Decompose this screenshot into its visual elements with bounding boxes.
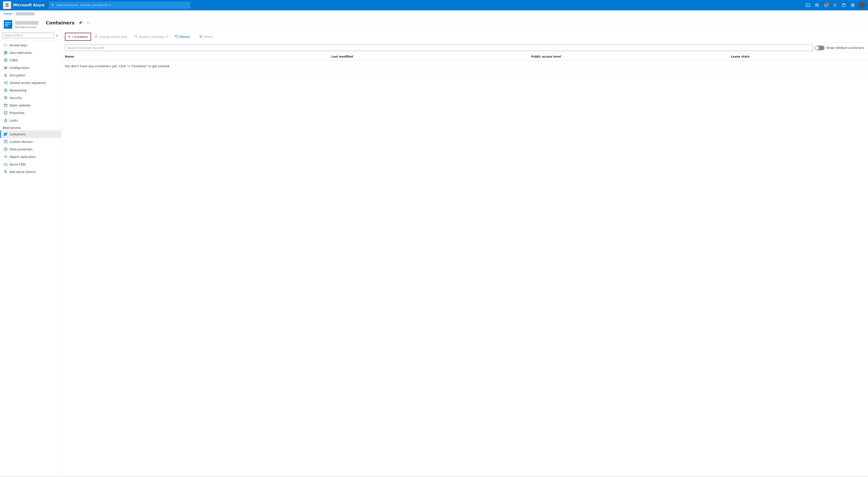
table-area: You don't have any containers yet. Click… (61, 61, 868, 476)
user-avatar[interactable] (859, 2, 865, 8)
hamburger-menu[interactable]: ☰ (3, 1, 11, 9)
sidebar: « Access keys Geo-replication (0, 31, 61, 476)
restore-dropdown-icon: ▼ (166, 35, 168, 38)
delete-icon (199, 35, 203, 39)
sidebar-item-object-replication[interactable]: Object replication (0, 153, 61, 160)
containers-icon (3, 132, 8, 136)
static-icon (3, 103, 8, 107)
page-header: | Containers 📌 ··· Storage account (0, 18, 868, 31)
col-name: Name (65, 55, 331, 58)
svg-rect-2 (815, 4, 818, 6)
sidebar-item-label: Properties (10, 111, 25, 115)
account-name-blurred (15, 21, 38, 25)
breadcrumb-account (16, 12, 35, 15)
sidebar-item-label: Shared access signature (10, 81, 45, 85)
blob-service-label: Blob service (0, 124, 61, 130)
topbar: ☰ Microsoft Azure 🔍 >_ 2 (0, 0, 868, 10)
add-container-button[interactable]: + + Container (65, 33, 91, 41)
sidebar-item-configuration[interactable]: Configuration (0, 64, 61, 71)
svg-rect-21 (4, 104, 7, 106)
sidebar-item-label: Geo-replication (10, 51, 32, 55)
restore-icon (134, 35, 137, 39)
svg-rect-24 (4, 112, 7, 114)
svg-point-6 (843, 6, 844, 6)
page-header-icon (4, 20, 12, 29)
restore-containers-button[interactable]: Restore containers ▼ (131, 33, 171, 40)
svg-text:>_: >_ (807, 4, 809, 7)
sidebar-nav: Access keys Geo-replication CORS (0, 40, 61, 476)
sidebar-item-security[interactable]: Security (0, 94, 61, 101)
sidebar-item-access-keys[interactable]: Access keys (0, 41, 61, 49)
sidebar-collapse-button[interactable]: « (56, 33, 59, 38)
page-title: Containers (46, 20, 74, 26)
data-protection-icon (3, 147, 8, 151)
svg-rect-13 (4, 68, 7, 69)
sidebar-item-label: Object replication (10, 155, 36, 159)
feedback-button[interactable] (849, 2, 857, 8)
props-icon (3, 111, 8, 115)
sidebar-item-add-azure-search[interactable]: Add Azure Search (0, 168, 61, 176)
svg-rect-26 (4, 141, 7, 143)
sidebar-item-label: Containers (10, 132, 26, 136)
delete-label: Delete (204, 35, 213, 38)
page-header-title-area: | Containers 📌 ··· Storage account (15, 20, 91, 29)
table-empty-message: You don't have any containers yet. Click… (61, 61, 868, 72)
lock-toolbar-icon (94, 35, 98, 39)
settings-button[interactable] (831, 2, 839, 8)
directory-button[interactable] (813, 2, 821, 8)
sidebar-item-static-website[interactable]: Static website (0, 101, 61, 109)
cloud-shell-button[interactable]: >_ (804, 2, 812, 8)
show-deleted-toggle[interactable] (815, 45, 825, 50)
show-deleted-label: Show deleted containers (827, 46, 864, 50)
breadcrumb-sep: › (13, 13, 14, 15)
svg-point-28 (4, 156, 6, 157)
refresh-icon (175, 35, 178, 39)
global-search[interactable]: 🔍 (49, 2, 190, 8)
plus-icon: + (68, 35, 70, 39)
network-icon (3, 88, 8, 92)
sidebar-item-azure-cdn[interactable]: Azure CDN (0, 160, 61, 168)
sidebar-item-shared-access[interactable]: Shared access signature (0, 79, 61, 87)
sidebar-item-properties[interactable]: Properties (0, 109, 61, 117)
sidebar-item-geo-replication[interactable]: Geo-replication (0, 49, 61, 56)
notifications-button[interactable]: 2 (822, 2, 830, 8)
change-access-button[interactable]: Change access level (91, 33, 130, 40)
show-deleted-toggle-container: Show deleted containers (815, 45, 864, 50)
sidebar-item-networking[interactable]: Networking (0, 87, 61, 94)
sidebar-item-custom-domain[interactable]: Custom domain (0, 138, 61, 146)
help-button[interactable] (840, 2, 848, 8)
sidebar-item-containers[interactable]: Containers (0, 130, 61, 138)
sidebar-item-data-protection[interactable]: Data protection (0, 146, 61, 153)
shared-icon (3, 81, 8, 85)
sidebar-item-label: Networking (10, 89, 27, 92)
page-subtitle: Storage account (15, 26, 91, 29)
cdn-icon (3, 162, 8, 166)
global-search-input[interactable] (56, 3, 188, 7)
refresh-button[interactable]: Refresh (172, 33, 193, 40)
sidebar-item-encryption[interactable]: Encryption (0, 71, 61, 79)
more-options-button[interactable]: ··· (86, 20, 91, 25)
svg-rect-12 (4, 68, 7, 68)
container-search-input[interactable] (65, 45, 813, 51)
sidebar-item-label: Security (10, 96, 22, 100)
svg-point-16 (4, 82, 5, 83)
config-icon (3, 66, 8, 70)
sidebar-item-cors[interactable]: CORS (0, 56, 61, 64)
sidebar-item-label: CORS (10, 59, 18, 62)
pin-button[interactable]: 📌 (78, 21, 83, 25)
svg-point-7 (851, 3, 855, 7)
col-public-access: Public access level (531, 55, 731, 58)
breadcrumb-home[interactable]: Home (4, 12, 12, 15)
sidebar-search-input[interactable] (2, 33, 54, 38)
main-layout: « Access keys Geo-replication (0, 31, 868, 476)
svg-point-18 (6, 83, 7, 84)
sidebar-item-label: Locks (10, 119, 18, 122)
sidebar-search-container: « (0, 31, 61, 40)
change-access-label: Change access level (99, 35, 127, 38)
delete-button[interactable]: Delete (196, 33, 216, 40)
sidebar-item-locks[interactable]: Locks (0, 117, 61, 124)
sidebar-item-label: Configuration (10, 66, 30, 69)
topbar-icons: >_ 2 (804, 2, 865, 8)
security-icon (3, 96, 8, 100)
brand-name: Microsoft Azure (13, 3, 44, 7)
